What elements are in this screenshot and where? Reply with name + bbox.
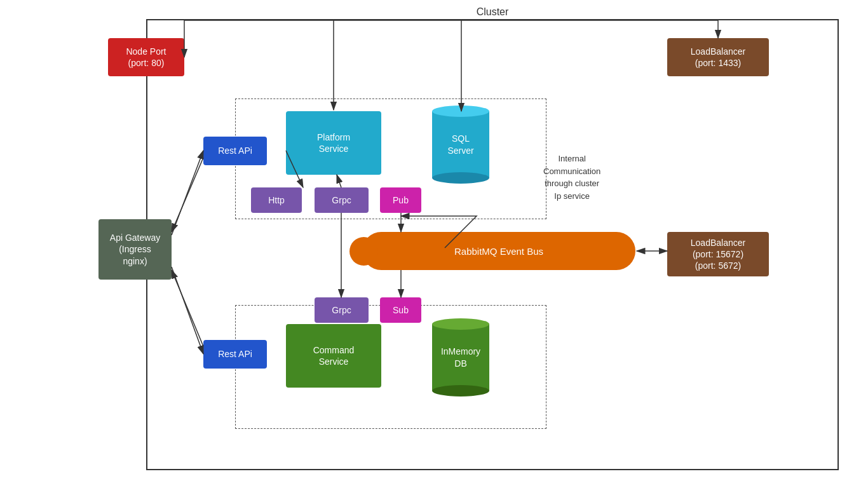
lower-dashed-box <box>235 305 546 429</box>
rest-api-top: Rest APi <box>203 137 267 165</box>
cluster-label: Cluster <box>477 6 509 18</box>
api-gateway: Api Gateway (Ingress nginx) <box>98 219 172 280</box>
load-balancer-1: LoadBalancer (port: 1433) <box>667 38 769 76</box>
http: Http <box>251 187 302 213</box>
node-port: Node Port (port: 80) <box>108 38 184 76</box>
grpc-top: Grpc <box>315 187 369 213</box>
sql-server: SQL Server <box>432 111 489 178</box>
load-balancer-2: LoadBalancer (port: 15672) (port: 5672) <box>667 232 769 276</box>
inmemory-db: InMemory DB <box>432 324 489 391</box>
platform-service: Platform Service <box>286 111 381 175</box>
rest-api-bottom: Rest APi <box>203 340 267 369</box>
pub: Pub <box>380 187 421 213</box>
rabbitmq-event-bus: RabbitMQ Event Bus <box>362 232 635 270</box>
sub: Sub <box>380 297 421 323</box>
grpc-bottom: Grpc <box>315 297 369 323</box>
internal-communication-label: Internal Communication through cluster I… <box>543 152 600 202</box>
command-service: Command Service <box>286 324 381 388</box>
diagram: Cluster Node Port (port: 80) LoadBalance… <box>0 0 868 488</box>
